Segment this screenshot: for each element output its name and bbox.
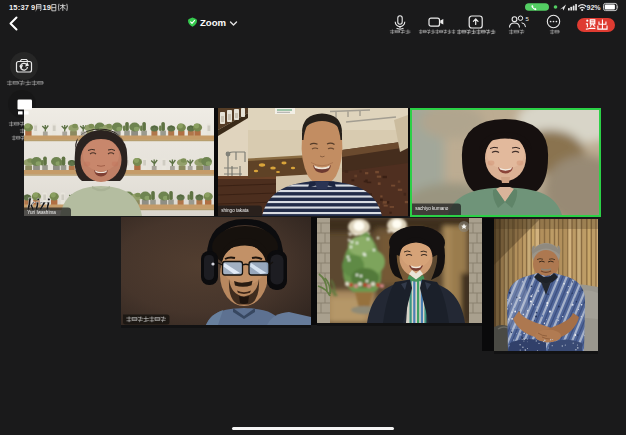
svg-text:shingo takata: shingo takata xyxy=(221,208,249,213)
svg-text:sachiyo kumano: sachiyo kumano xyxy=(415,206,449,211)
svg-text:Yuri Iwashima: Yuri Iwashima xyxy=(27,210,56,215)
